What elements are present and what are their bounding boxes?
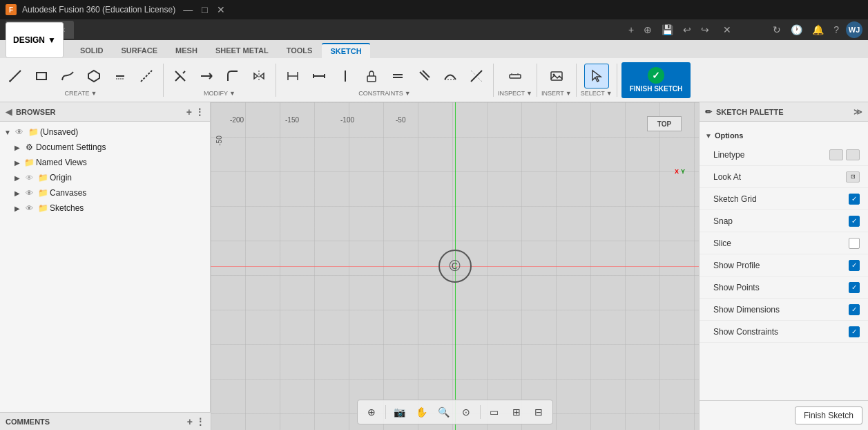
construction-tool-button[interactable] — [134, 64, 159, 88]
comments-expand-button[interactable]: ⋮ — [195, 416, 205, 427]
tree-arrow-origin[interactable]: ▶ — [12, 173, 22, 183]
camera-button[interactable]: 📷 — [390, 402, 409, 422]
modify-label[interactable]: MODIFY ▼ — [204, 90, 235, 97]
tree-item-document-settings[interactable]: ▶ ⚙ Document Settings — [0, 140, 210, 155]
finish-sketch-check-icon: ✓ — [648, 67, 664, 84]
tree-item-sketches[interactable]: ▶ 👁 📁 Sketches — [0, 200, 210, 216]
polygon-tool-button[interactable] — [81, 64, 106, 88]
equal-tool-button[interactable] — [385, 64, 410, 88]
lock-tool-button[interactable] — [359, 64, 384, 88]
toolbar: DESIGN ▼ SOLID SURFACE MESH SHEET METAL … — [0, 40, 868, 102]
new-tab-button[interactable]: + — [626, 23, 637, 37]
measure-tool-button[interactable] — [503, 64, 528, 88]
palette-collapse-button[interactable]: ≫ — [853, 107, 862, 117]
tree-arrow-sketches[interactable]: ▶ — [12, 203, 22, 213]
slice-checkbox[interactable] — [849, 238, 860, 249]
grid-button[interactable]: ⊞ — [507, 402, 526, 422]
insert-image-button[interactable] — [544, 64, 569, 88]
maximize-button[interactable]: □ — [197, 4, 211, 15]
notifications-icon[interactable]: 🔔 — [809, 23, 827, 37]
tab-sketch[interactable]: SKETCH — [322, 43, 369, 58]
parallel-tool-button[interactable] — [412, 64, 436, 88]
tree-arrow-doc-settings[interactable]: ▶ — [12, 142, 22, 152]
visibility-icon-root[interactable]: 👁 — [14, 127, 25, 138]
view-cube-face[interactable]: TOP — [647, 116, 682, 131]
look-at-button[interactable]: ⊡ — [846, 171, 860, 183]
undo-button[interactable]: ↩ — [680, 23, 694, 37]
orbit-home-button[interactable]: ⊕ — [362, 402, 381, 422]
save-button[interactable]: 💾 — [659, 23, 676, 37]
refresh-icon[interactable]: ↻ — [770, 23, 784, 37]
redo-button[interactable]: ↪ — [698, 23, 712, 37]
select-tool-button[interactable] — [584, 64, 609, 88]
help-icon[interactable]: ? — [831, 23, 842, 37]
spline-tool-button[interactable] — [55, 64, 80, 88]
visibility-icon-canvases[interactable]: 👁 — [23, 187, 35, 198]
finish-sketch-button[interactable]: ✓ FINISH SKETCH — [621, 62, 691, 98]
tab-tools[interactable]: TOOLS — [278, 43, 321, 58]
sketch-grid-checkbox[interactable]: ✓ — [849, 194, 860, 205]
vertical-tool-button[interactable] — [333, 64, 358, 88]
create-label[interactable]: CREATE ▼ — [65, 90, 97, 97]
design-dropdown-button[interactable]: DESIGN ▼ — [6, 22, 64, 58]
tab-surface[interactable]: SURFACE — [113, 43, 166, 58]
tab-solid[interactable]: SOLID — [72, 43, 112, 58]
select-label[interactable]: SELECT ▼ — [581, 90, 613, 97]
fit-button[interactable]: ⊙ — [456, 402, 476, 422]
user-avatar[interactable]: WJ — [846, 21, 862, 38]
fillet-tool-button[interactable] — [220, 64, 245, 88]
finish-sketch-palette-button[interactable]: Finish Sketch — [795, 406, 862, 424]
tree-arrow-named-views[interactable]: ▶ — [12, 158, 22, 167]
options-section-header[interactable]: ▼ Options — [700, 127, 868, 144]
tab-mesh[interactable]: MESH — [167, 43, 206, 58]
insert-label[interactable]: INSERT ▼ — [541, 90, 572, 97]
show-dimensions-checkbox[interactable]: ✓ — [849, 304, 860, 315]
tree-item-canvases[interactable]: ▶ 👁 📁 Canvases — [0, 185, 210, 200]
mirror-tool-button[interactable] — [247, 64, 271, 88]
close-button[interactable]: ✕ — [214, 4, 228, 15]
view-cube[interactable]: TOP X Y — [647, 116, 685, 154]
close-document-button[interactable]: ✕ — [720, 23, 734, 37]
svg-line-0 — [10, 71, 21, 82]
perpendicular-tool-button[interactable] — [464, 64, 489, 88]
constraints-label[interactable]: CONSTRAINTS ▼ — [358, 90, 410, 97]
horizontal-tool-button[interactable] — [307, 64, 331, 88]
tree-settings-icon[interactable]: ⚙ — [200, 128, 207, 137]
linetype-control-1[interactable] — [829, 149, 843, 160]
rectangle-tool-button[interactable] — [29, 64, 54, 88]
tangent-tool-button[interactable] — [438, 64, 463, 88]
inspect-label[interactable]: INSPECT ▼ — [498, 90, 532, 97]
tree-item-origin[interactable]: ▶ 👁 📁 Origin — [0, 170, 210, 185]
sidebar-collapse-button[interactable]: ◀ — [6, 107, 12, 117]
show-constraints-checkbox[interactable]: ✓ — [849, 326, 860, 337]
tree-arrow-canvases[interactable]: ▶ — [12, 188, 22, 198]
tree-item-root[interactable]: ▼ 👁 📁 (Unsaved) ⚙ — [0, 124, 210, 140]
dimension-tool-button[interactable] — [280, 64, 305, 88]
zoom-button[interactable]: 🔍 — [434, 402, 454, 422]
create-group: CREATE ▼ — [3, 64, 159, 97]
snap-checkbox[interactable]: ✓ — [849, 216, 860, 227]
svg-rect-30 — [510, 75, 521, 78]
pan-button[interactable]: ✋ — [412, 402, 432, 422]
linetype-control-2[interactable] — [846, 149, 860, 160]
tab-sheet-metal[interactable]: SHEET METAL — [207, 43, 277, 58]
visibility-icon-sketches[interactable]: 👁 — [23, 203, 35, 214]
tree-arrow-root[interactable]: ▼ — [3, 127, 12, 137]
trim-tool-button[interactable] — [168, 64, 193, 88]
show-points-checkbox[interactable]: ✓ — [849, 282, 860, 293]
extend-tool-button[interactable] — [194, 64, 219, 88]
online-button[interactable]: ⊕ — [641, 23, 655, 37]
line-tool-button[interactable] — [3, 64, 28, 88]
display-mode-button[interactable]: ▭ — [485, 402, 504, 422]
sidebar-expand-button[interactable]: ⋮ — [195, 106, 204, 118]
offset-tool-button[interactable] — [108, 64, 133, 88]
comments-add-button[interactable]: + — [187, 416, 193, 427]
visibility-icon-origin[interactable]: 👁 — [23, 172, 35, 183]
tree-item-named-views[interactable]: ▶ 📁 Named Views — [0, 155, 210, 170]
history-icon[interactable]: 🕐 — [788, 23, 805, 37]
show-profile-checkbox[interactable]: ✓ — [849, 260, 860, 271]
env-button[interactable]: ⊟ — [529, 402, 548, 422]
sidebar-add-button[interactable]: + — [186, 106, 192, 118]
canvas-area[interactable]: -200 -150 -100 -50 -50 © TOP X Y ⊕ 📷 ✋ 🔍… — [211, 102, 699, 430]
minimize-button[interactable]: — — [181, 4, 195, 15]
